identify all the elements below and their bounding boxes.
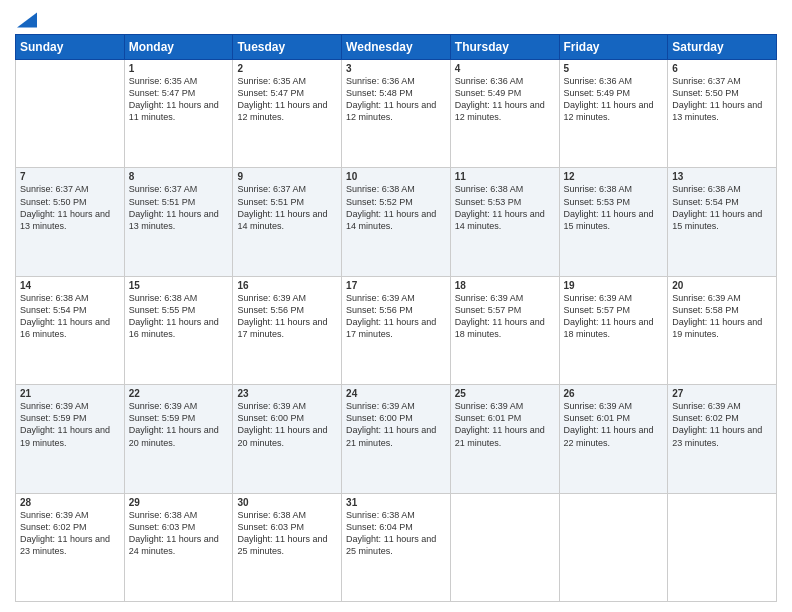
week-row-5: 28Sunrise: 6:39 AMSunset: 6:02 PMDayligh…: [16, 493, 777, 601]
calendar-cell: 8Sunrise: 6:37 AMSunset: 5:51 PMDaylight…: [124, 168, 233, 276]
day-info: Sunrise: 6:39 AMSunset: 6:00 PMDaylight:…: [346, 400, 446, 449]
day-info: Sunrise: 6:36 AMSunset: 5:48 PMDaylight:…: [346, 75, 446, 124]
day-number: 20: [672, 280, 772, 291]
day-number: 19: [564, 280, 664, 291]
day-info: Sunrise: 6:38 AMSunset: 6:03 PMDaylight:…: [237, 509, 337, 558]
svg-marker-0: [17, 13, 37, 28]
day-number: 29: [129, 497, 229, 508]
calendar-cell: 1Sunrise: 6:35 AMSunset: 5:47 PMDaylight…: [124, 60, 233, 168]
calendar-cell: 4Sunrise: 6:36 AMSunset: 5:49 PMDaylight…: [450, 60, 559, 168]
calendar-cell: 15Sunrise: 6:38 AMSunset: 5:55 PMDayligh…: [124, 276, 233, 384]
logo-icon: [17, 10, 37, 30]
header: [15, 10, 777, 26]
day-number: 21: [20, 388, 120, 399]
calendar-cell: 28Sunrise: 6:39 AMSunset: 6:02 PMDayligh…: [16, 493, 125, 601]
day-info: Sunrise: 6:38 AMSunset: 6:04 PMDaylight:…: [346, 509, 446, 558]
day-info: Sunrise: 6:35 AMSunset: 5:47 PMDaylight:…: [237, 75, 337, 124]
day-info: Sunrise: 6:39 AMSunset: 6:00 PMDaylight:…: [237, 400, 337, 449]
calendar-cell: 27Sunrise: 6:39 AMSunset: 6:02 PMDayligh…: [668, 385, 777, 493]
day-info: Sunrise: 6:39 AMSunset: 6:02 PMDaylight:…: [20, 509, 120, 558]
week-row-3: 14Sunrise: 6:38 AMSunset: 5:54 PMDayligh…: [16, 276, 777, 384]
day-number: 16: [237, 280, 337, 291]
day-info: Sunrise: 6:38 AMSunset: 5:54 PMDaylight:…: [672, 183, 772, 232]
calendar-cell: 3Sunrise: 6:36 AMSunset: 5:48 PMDaylight…: [342, 60, 451, 168]
calendar-cell: 24Sunrise: 6:39 AMSunset: 6:00 PMDayligh…: [342, 385, 451, 493]
logo: [15, 10, 37, 26]
day-info: Sunrise: 6:37 AMSunset: 5:51 PMDaylight:…: [129, 183, 229, 232]
day-info: Sunrise: 6:39 AMSunset: 6:01 PMDaylight:…: [455, 400, 555, 449]
day-number: 24: [346, 388, 446, 399]
calendar-cell: [450, 493, 559, 601]
day-info: Sunrise: 6:39 AMSunset: 6:02 PMDaylight:…: [672, 400, 772, 449]
day-info: Sunrise: 6:38 AMSunset: 5:53 PMDaylight:…: [455, 183, 555, 232]
day-info: Sunrise: 6:36 AMSunset: 5:49 PMDaylight:…: [455, 75, 555, 124]
day-number: 5: [564, 63, 664, 74]
calendar-cell: 10Sunrise: 6:38 AMSunset: 5:52 PMDayligh…: [342, 168, 451, 276]
calendar-cell: [16, 60, 125, 168]
calendar-cell: 17Sunrise: 6:39 AMSunset: 5:56 PMDayligh…: [342, 276, 451, 384]
day-info: Sunrise: 6:38 AMSunset: 6:03 PMDaylight:…: [129, 509, 229, 558]
calendar-cell: 14Sunrise: 6:38 AMSunset: 5:54 PMDayligh…: [16, 276, 125, 384]
day-number: 31: [346, 497, 446, 508]
calendar-cell: 9Sunrise: 6:37 AMSunset: 5:51 PMDaylight…: [233, 168, 342, 276]
day-number: 22: [129, 388, 229, 399]
day-number: 17: [346, 280, 446, 291]
day-number: 1: [129, 63, 229, 74]
day-number: 12: [564, 171, 664, 182]
weekday-header-friday: Friday: [559, 35, 668, 60]
weekday-header-sunday: Sunday: [16, 35, 125, 60]
day-info: Sunrise: 6:39 AMSunset: 5:59 PMDaylight:…: [20, 400, 120, 449]
day-number: 25: [455, 388, 555, 399]
day-info: Sunrise: 6:37 AMSunset: 5:50 PMDaylight:…: [20, 183, 120, 232]
day-number: 14: [20, 280, 120, 291]
day-info: Sunrise: 6:37 AMSunset: 5:51 PMDaylight:…: [237, 183, 337, 232]
weekday-header-row: SundayMondayTuesdayWednesdayThursdayFrid…: [16, 35, 777, 60]
day-info: Sunrise: 6:39 AMSunset: 5:58 PMDaylight:…: [672, 292, 772, 341]
calendar-cell: 13Sunrise: 6:38 AMSunset: 5:54 PMDayligh…: [668, 168, 777, 276]
day-number: 9: [237, 171, 337, 182]
day-number: 15: [129, 280, 229, 291]
day-number: 8: [129, 171, 229, 182]
calendar-cell: 6Sunrise: 6:37 AMSunset: 5:50 PMDaylight…: [668, 60, 777, 168]
day-number: 4: [455, 63, 555, 74]
day-number: 6: [672, 63, 772, 74]
weekday-header-monday: Monday: [124, 35, 233, 60]
day-number: 2: [237, 63, 337, 74]
calendar-cell: 16Sunrise: 6:39 AMSunset: 5:56 PMDayligh…: [233, 276, 342, 384]
day-number: 18: [455, 280, 555, 291]
day-info: Sunrise: 6:36 AMSunset: 5:49 PMDaylight:…: [564, 75, 664, 124]
calendar-cell: 21Sunrise: 6:39 AMSunset: 5:59 PMDayligh…: [16, 385, 125, 493]
logo-text: [15, 10, 37, 30]
weekday-header-wednesday: Wednesday: [342, 35, 451, 60]
day-info: Sunrise: 6:38 AMSunset: 5:52 PMDaylight:…: [346, 183, 446, 232]
calendar-cell: 25Sunrise: 6:39 AMSunset: 6:01 PMDayligh…: [450, 385, 559, 493]
day-number: 23: [237, 388, 337, 399]
day-info: Sunrise: 6:39 AMSunset: 5:57 PMDaylight:…: [564, 292, 664, 341]
calendar-cell: 30Sunrise: 6:38 AMSunset: 6:03 PMDayligh…: [233, 493, 342, 601]
weekday-header-saturday: Saturday: [668, 35, 777, 60]
day-info: Sunrise: 6:39 AMSunset: 5:56 PMDaylight:…: [346, 292, 446, 341]
calendar-cell: 26Sunrise: 6:39 AMSunset: 6:01 PMDayligh…: [559, 385, 668, 493]
calendar-cell: 7Sunrise: 6:37 AMSunset: 5:50 PMDaylight…: [16, 168, 125, 276]
day-number: 27: [672, 388, 772, 399]
day-number: 11: [455, 171, 555, 182]
week-row-1: 1Sunrise: 6:35 AMSunset: 5:47 PMDaylight…: [16, 60, 777, 168]
day-info: Sunrise: 6:39 AMSunset: 5:57 PMDaylight:…: [455, 292, 555, 341]
calendar-cell: 11Sunrise: 6:38 AMSunset: 5:53 PMDayligh…: [450, 168, 559, 276]
day-number: 3: [346, 63, 446, 74]
day-number: 28: [20, 497, 120, 508]
calendar-cell: 2Sunrise: 6:35 AMSunset: 5:47 PMDaylight…: [233, 60, 342, 168]
day-number: 30: [237, 497, 337, 508]
calendar-cell: 23Sunrise: 6:39 AMSunset: 6:00 PMDayligh…: [233, 385, 342, 493]
day-number: 13: [672, 171, 772, 182]
day-number: 10: [346, 171, 446, 182]
day-info: Sunrise: 6:38 AMSunset: 5:54 PMDaylight:…: [20, 292, 120, 341]
day-info: Sunrise: 6:39 AMSunset: 5:56 PMDaylight:…: [237, 292, 337, 341]
weekday-header-tuesday: Tuesday: [233, 35, 342, 60]
calendar-cell: 22Sunrise: 6:39 AMSunset: 5:59 PMDayligh…: [124, 385, 233, 493]
day-number: 7: [20, 171, 120, 182]
calendar-cell: 19Sunrise: 6:39 AMSunset: 5:57 PMDayligh…: [559, 276, 668, 384]
calendar-cell: 18Sunrise: 6:39 AMSunset: 5:57 PMDayligh…: [450, 276, 559, 384]
calendar-cell: 12Sunrise: 6:38 AMSunset: 5:53 PMDayligh…: [559, 168, 668, 276]
calendar-cell: 5Sunrise: 6:36 AMSunset: 5:49 PMDaylight…: [559, 60, 668, 168]
